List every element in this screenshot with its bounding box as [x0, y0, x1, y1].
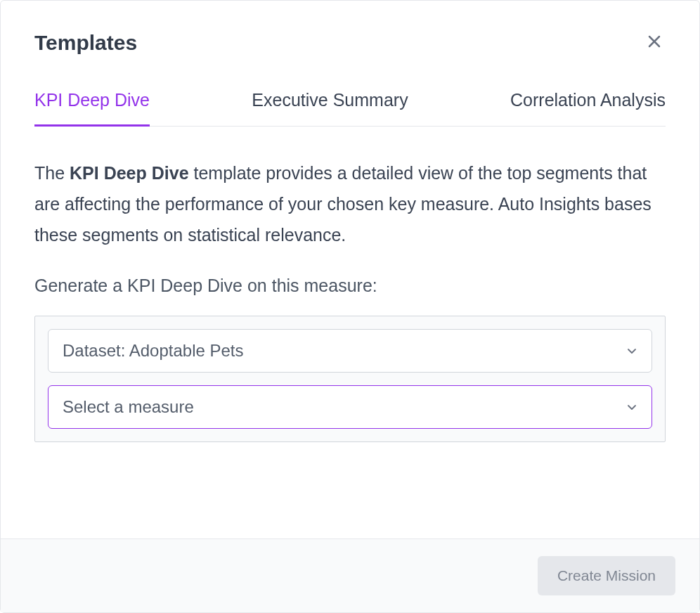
modal-body: The KPI Deep Dive template provides a de… [1, 127, 699, 538]
chevron-down-icon [626, 401, 637, 413]
measure-select[interactable]: Select a measure [48, 385, 652, 429]
template-description: The KPI Deep Dive template provides a de… [34, 158, 666, 250]
tab-kpi-deep-dive[interactable]: KPI Deep Dive [34, 90, 150, 126]
tab-correlation-analysis[interactable]: Correlation Analysis [510, 90, 666, 126]
close-button[interactable] [643, 30, 666, 55]
close-icon [646, 33, 663, 52]
description-bold: KPI Deep Dive [70, 163, 189, 183]
dataset-select[interactable]: Dataset: Adoptable Pets [48, 329, 652, 373]
templates-modal: Templates KPI Deep Dive Executive Summar… [0, 0, 700, 613]
modal-footer: Create Mission [1, 538, 699, 612]
measure-select-value: Select a measure [63, 397, 194, 417]
prompt-label: Generate a KPI Deep Dive on this measure… [34, 276, 666, 296]
tab-executive-summary[interactable]: Executive Summary [252, 90, 408, 126]
create-mission-button[interactable]: Create Mission [538, 556, 675, 595]
modal-header: Templates [1, 1, 699, 55]
modal-title: Templates [34, 31, 137, 55]
selector-panel: Dataset: Adoptable Pets Select a measure [34, 316, 666, 442]
tab-bar: KPI Deep Dive Executive Summary Correlat… [34, 90, 666, 127]
dataset-select-value: Dataset: Adoptable Pets [63, 341, 244, 361]
chevron-down-icon [626, 345, 637, 356]
description-prefix: The [34, 163, 70, 183]
